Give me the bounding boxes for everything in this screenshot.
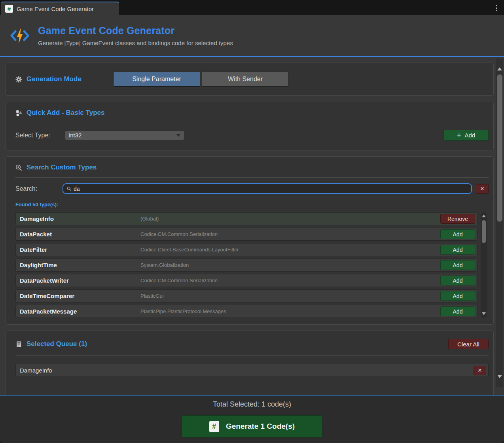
page-subtitle: Generate [Type] GameEvent classes and bi… [38,40,233,46]
csharp-script-icon: # [209,421,219,432]
zoom-in-icon [15,164,22,171]
divider [15,177,489,178]
tab-title: Game Event Code Generator [17,6,94,12]
search-results: DamageInfo (Global) Remove DataPacket Co… [15,212,489,318]
tab-bar: # Game Event Code Generator [0,0,504,15]
chevron-down-icon [176,134,181,137]
type-dropdown-value: Int32 [68,132,176,139]
type-name: DaylightTime [20,262,140,268]
total-selected-label: Total Selected: 1 code(s) [213,400,291,409]
type-dropdown[interactable]: Int32 [65,131,184,140]
gear-icon [15,76,22,83]
type-row-datapacketwriter: DataPacketWriter Codice.CM.Common.Serial… [15,274,477,287]
generate-button-label: Generate 1 Code(s) [226,422,295,431]
quick-add-button[interactable]: + Add [443,130,489,141]
footer: Total Selected: 1 code(s) # Generate 1 C… [0,395,504,443]
type-namespace: Codice.Client.BaseCommands.LayoutFilter [140,247,440,253]
close-icon: ✕ [480,186,485,192]
type-name: DamageInfo [20,215,140,222]
header: Game Event Code Generator Generate [Type… [0,15,504,56]
type-namespace: Codice.CM.Common.Serialization [140,278,440,283]
select-type-label: Select Type: [15,132,65,139]
add-type-button[interactable]: Add [440,245,475,255]
type-namespace: PlasticPipe.PlasticProtocol.Messages [140,308,440,314]
window-scrollbar-thumb[interactable] [497,74,502,222]
generation-mode-toggle: Single Parameter With Sender [113,72,289,87]
quick-add-button-label: Add [464,132,475,139]
type-row-datapacketmessage: DataPacketMessage PlasticPipe.PlasticPro… [15,305,477,318]
type-namespace: System.Globalization [140,262,440,268]
text-cursor [82,186,82,192]
type-namespace: PlasticGui [140,293,440,299]
quick-add-panel: Quick Add - Basic Types Select Type: Int… [6,102,494,150]
search-icon [67,186,72,191]
editor-window: # Game Event Code Generator Game Event C… [0,0,504,443]
tab-game-event-code-generator[interactable]: # Game Event Code Generator [1,2,119,15]
type-namespace: (Global) [140,216,440,222]
scroll-down-arrow-icon[interactable] [482,312,486,315]
generation-mode-panel: Generation Mode Single Parameter With Se… [6,63,494,96]
quick-add-row: Select Type: Int32 + Add [15,130,489,141]
hash-glyph: # [8,6,11,12]
generation-mode-title: Generation Mode [27,75,81,83]
type-namespace: Codice.CM.Common.Serialization [140,231,440,237]
hash-glyph: # [212,423,216,430]
search-title: Search Custom Types [27,164,97,171]
main-content: Generation Mode Single Parameter With Se… [0,57,504,395]
type-row-damageinfo: DamageInfo (Global) Remove [15,212,477,225]
type-name: DataPacket [20,231,140,238]
page-title: Game Event Code Generator [38,25,233,36]
search-heading: Search Custom Types [15,164,489,171]
code-lightning-logo-icon [10,26,29,45]
generation-mode-heading: Generation Mode [15,75,113,83]
found-count-label: Found 50 type(s): [15,202,489,207]
type-row-datefilter: DateFilter Codice.Client.BaseCommands.La… [15,243,477,256]
search-query-text: da [74,186,80,192]
window-menu-kebab-icon[interactable] [494,4,499,12]
results-scrollbar-thumb[interactable] [482,220,486,243]
add-type-button[interactable]: Add [440,306,475,316]
results-scrollbar[interactable] [481,212,487,318]
window-scrollbar[interactable] [496,59,503,387]
queue-heading: Selected Queue (1) Clear All [15,339,489,349]
csharp-script-icon: # [5,5,13,13]
clear-all-button[interactable]: Clear All [448,339,489,349]
type-name: DataPacketMessage [20,308,140,315]
scroll-up-arrow-icon[interactable] [497,67,502,70]
queue-item-name: DamageInfo [20,367,474,374]
search-row: Search: da ✕ [15,183,489,194]
type-row-daylighttime: DaylightTime System.Globalization Add [15,259,477,272]
clear-search-button[interactable]: ✕ [476,184,489,194]
with-sender-button[interactable]: With Sender [202,72,289,87]
remove-queue-item-button[interactable]: ✕ [474,366,486,375]
close-icon: ✕ [478,367,482,373]
divider [15,355,489,356]
add-type-button[interactable]: Add [440,229,475,239]
scroll-down-arrow-icon[interactable] [497,375,502,378]
queue-item-damageinfo: DamageInfo ✕ [15,364,489,377]
selected-queue-panel: Selected Queue (1) Clear All DamageInfo … [6,331,494,395]
queue-title: Selected Queue (1) [27,340,87,348]
single-parameter-button[interactable]: Single Parameter [113,72,200,87]
type-row-datapacket: DataPacket Codice.CM.Common.Serializatio… [15,228,477,241]
remove-type-button[interactable]: Remove [440,214,475,224]
divider [15,123,489,123]
list-icon [15,341,22,348]
scroll-up-arrow-icon[interactable] [482,215,486,217]
type-row-datetimecomparer: DateTimeComparer PlasticGui Add [15,289,477,302]
type-name: DateFilter [20,246,140,253]
search-label: Search: [15,185,63,192]
add-type-button[interactable]: Add [440,276,475,285]
search-panel: Search Custom Types Search: da ✕ Found 5… [6,156,494,325]
search-input[interactable]: da [63,183,472,194]
add-type-button[interactable]: Add [440,291,475,301]
shapes-icon [15,110,22,116]
search-results-list: DamageInfo (Global) Remove DataPacket Co… [15,212,477,318]
header-text: Game Event Code Generator Generate [Type… [38,25,233,46]
generate-button[interactable]: # Generate 1 Code(s) [182,415,322,437]
add-type-button[interactable]: Add [440,260,475,270]
quick-add-title: Quick Add - Basic Types [27,109,104,117]
type-name: DataPacketWriter [20,277,140,284]
quick-add-heading: Quick Add - Basic Types [15,109,489,117]
type-name: DateTimeComparer [20,293,140,299]
